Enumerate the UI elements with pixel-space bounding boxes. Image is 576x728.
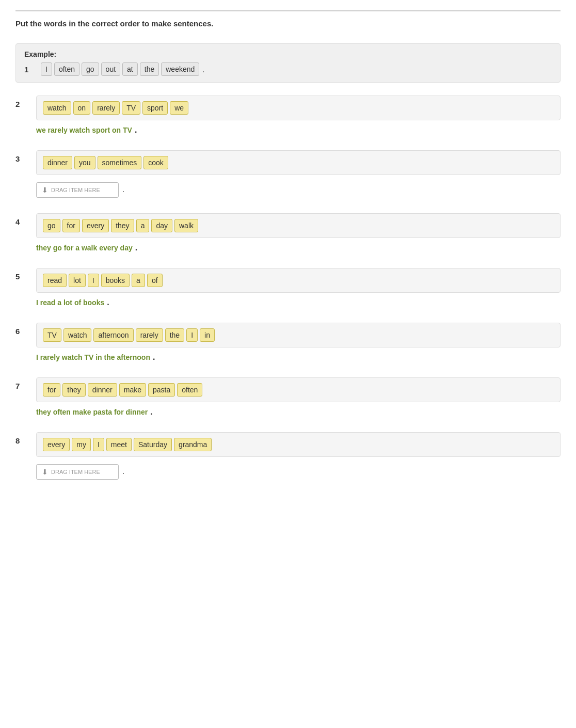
word-tile[interactable]: weekend (161, 62, 199, 76)
word-tile[interactable]: I (186, 328, 198, 342)
word-tile[interactable]: they (111, 219, 134, 232)
word-tile[interactable]: go (43, 219, 60, 232)
word-tile[interactable]: for (43, 383, 60, 397)
word-tile[interactable]: sometimes (98, 156, 142, 169)
answer-text: I read a lot of books (36, 298, 104, 307)
example-words-row: 1 Ioftengooutattheweekend . (24, 62, 552, 76)
answer-period: . (107, 298, 109, 307)
word-tile[interactable]: rarely (92, 101, 120, 115)
question-row: 7fortheydinnermakepastaoftenthey often m… (15, 377, 561, 417)
question-number: 4 (15, 213, 36, 226)
word-tile[interactable]: TV (122, 101, 140, 115)
answer-period: . (135, 243, 137, 252)
word-tile[interactable]: TV (43, 328, 61, 342)
question-content: everymyImeetSaturdaygrandma⬇DRAG ITEM HE… (36, 432, 561, 480)
word-tile[interactable]: Saturday (134, 438, 172, 451)
example-period: . (202, 65, 204, 74)
words-box: everymyImeetSaturdaygrandma (36, 432, 561, 457)
word-tile[interactable]: watch (63, 328, 92, 342)
word-tile[interactable]: I (88, 274, 99, 287)
word-tile[interactable]: every (82, 219, 109, 232)
word-tile[interactable]: meet (106, 438, 132, 451)
drag-item-box[interactable]: ⬇DRAG ITEM HERE (36, 182, 119, 198)
drag-period: . (122, 185, 124, 194)
instructions-text: Put the words in the correct order to ma… (15, 10, 561, 33)
word-tile[interactable]: day (151, 219, 172, 232)
word-tile[interactable]: every (43, 438, 70, 451)
question-content: watchonrarelyTVsportwewe rarely watch sp… (36, 96, 561, 135)
drag-icon: ⬇ (42, 186, 48, 194)
drag-item-box[interactable]: ⬇DRAG ITEM HERE (36, 464, 119, 480)
answer-line: they go for a walk every day. (36, 243, 561, 252)
word-tile[interactable]: out (101, 62, 120, 76)
example-box: Example: 1 Ioftengooutattheweekend . (15, 43, 561, 83)
question-content: TVwatchafternoonrarelytheIinI rarely wat… (36, 323, 561, 362)
drag-label: DRAG ITEM HERE (51, 187, 100, 193)
drag-answer-line: ⬇DRAG ITEM HERE. (36, 180, 561, 198)
word-tile[interactable]: sport (142, 101, 168, 115)
question-number: 5 (15, 268, 36, 281)
word-tile[interactable]: rarely (136, 328, 163, 342)
word-tile[interactable]: lot (69, 274, 86, 287)
word-tile[interactable]: my (72, 438, 91, 451)
word-tile[interactable]: dinner (88, 383, 117, 397)
question-content: readlotIbooksaofI read a lot of books. (36, 268, 561, 307)
word-tile[interactable]: go (82, 62, 99, 76)
answer-period: . (153, 353, 155, 362)
word-tile[interactable]: I (41, 62, 52, 76)
question-row: 5readlotIbooksaofI read a lot of books. (15, 268, 561, 307)
words-box: fortheydinnermakepastaoften (36, 377, 561, 402)
answer-line: I read a lot of books. (36, 298, 561, 307)
answer-period: . (135, 125, 137, 135)
answer-text: they often make pasta for dinner (36, 408, 148, 416)
question-row: 2watchonrarelyTVsportwewe rarely watch s… (15, 96, 561, 135)
word-tile[interactable]: dinner (43, 156, 72, 169)
answer-text: we rarely watch sport on TV (36, 126, 132, 134)
word-tile[interactable]: often (177, 383, 202, 397)
word-tile[interactable]: I (93, 438, 104, 451)
questions-container: 2watchonrarelyTVsportwewe rarely watch s… (15, 96, 561, 480)
answer-period: . (150, 407, 152, 417)
words-box: goforeverytheyadaywalk (36, 213, 561, 238)
drag-label: DRAG ITEM HERE (51, 469, 100, 475)
word-tile[interactable]: books (101, 274, 130, 287)
word-tile[interactable]: pasta (148, 383, 175, 397)
question-number: 3 (15, 150, 36, 163)
words-box: watchonrarelyTVsportwe (36, 96, 561, 120)
word-tile[interactable]: cook (143, 156, 168, 169)
question-content: fortheydinnermakepastaoftenthey often ma… (36, 377, 561, 417)
word-tile[interactable]: afternoon (93, 328, 133, 342)
word-tile[interactable]: for (62, 219, 80, 232)
drag-period: . (122, 467, 124, 476)
question-number: 6 (15, 323, 36, 336)
example-number: 1 (24, 65, 39, 74)
word-tile[interactable]: a (132, 274, 145, 287)
word-tile[interactable]: watch (43, 101, 71, 115)
question-content: goforeverytheyadaywalkthey go for a walk… (36, 213, 561, 252)
word-tile[interactable]: on (73, 101, 91, 115)
answer-line: they often make pasta for dinner. (36, 407, 561, 417)
word-tile[interactable]: the (140, 62, 159, 76)
word-tile[interactable]: the (165, 328, 184, 342)
question-number: 7 (15, 377, 36, 390)
word-tile[interactable]: we (170, 101, 188, 115)
word-tile[interactable]: walk (174, 219, 198, 232)
word-tile[interactable]: in (200, 328, 215, 342)
question-number: 2 (15, 96, 36, 108)
words-box: TVwatchafternoonrarelytheIin (36, 323, 561, 347)
question-row: 8everymyImeetSaturdaygrandma⬇DRAG ITEM H… (15, 432, 561, 480)
word-tile[interactable]: of (147, 274, 163, 287)
drag-answer-line: ⬇DRAG ITEM HERE. (36, 462, 561, 480)
words-box: readlotIbooksaof (36, 268, 561, 293)
word-tile[interactable]: they (62, 383, 85, 397)
word-tile[interactable]: often (54, 62, 79, 76)
example-label: Example: (24, 50, 552, 58)
word-tile[interactable]: at (122, 62, 138, 76)
word-tile[interactable]: make (119, 383, 146, 397)
question-number: 8 (15, 432, 36, 445)
word-tile[interactable]: a (136, 219, 150, 232)
word-tile[interactable]: you (74, 156, 95, 169)
word-tile[interactable]: read (43, 274, 67, 287)
example-word-tiles: Ioftengooutattheweekend (41, 62, 199, 76)
word-tile[interactable]: grandma (174, 438, 212, 451)
